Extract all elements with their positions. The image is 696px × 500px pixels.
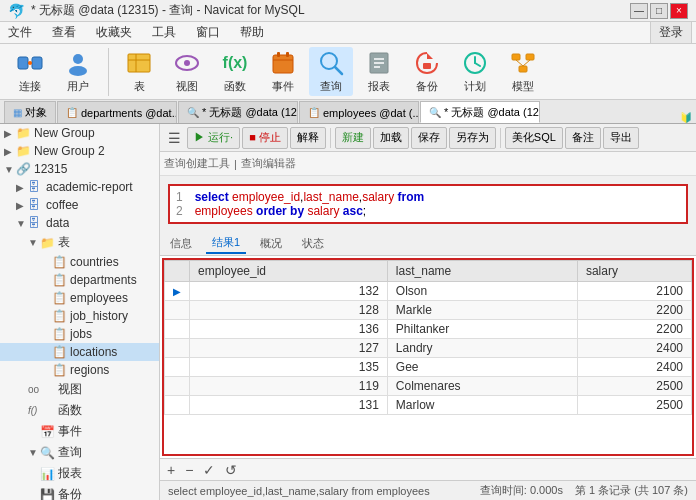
svg-marker-21 [427, 53, 433, 59]
sidebar-item-reports-folder[interactable]: ▶ 📊 报表 [0, 463, 159, 484]
beautify-button[interactable]: 美化SQL [505, 127, 563, 149]
sidebar-item-coffee[interactable]: ▶ 🗄 coffee [0, 196, 159, 214]
export-button[interactable]: 导出 [603, 127, 639, 149]
bottom-toolbar: + − ✓ ↺ [160, 458, 696, 480]
minimize-button[interactable]: — [630, 3, 648, 19]
toolbar-sep2 [500, 128, 501, 148]
tool-table[interactable]: 表 [117, 47, 161, 96]
sidebar-item-job-history[interactable]: ▶ 📋 job_history [0, 307, 159, 325]
tab-object[interactable]: ▦ 对象 [4, 101, 56, 123]
delete-row-button[interactable]: − [182, 462, 196, 478]
cell-salary: 2100 [577, 282, 691, 301]
tab-query1[interactable]: 🔍 * 无标题 @data (12... × [178, 101, 298, 123]
menu-help[interactable]: 帮助 [236, 22, 268, 43]
tool-backup[interactable]: 备份 [405, 47, 449, 96]
run-button[interactable]: ▶ 运行· [187, 127, 240, 149]
sidebar-item-data[interactable]: ▼ 🗄 data [0, 214, 159, 232]
sidebar-item-departments[interactable]: ▶ 📋 departments [0, 271, 159, 289]
results-tab-overview[interactable]: 概况 [254, 234, 288, 253]
add-row-button[interactable]: + [164, 462, 178, 478]
svg-line-25 [475, 63, 480, 66]
maximize-button[interactable]: □ [650, 3, 668, 19]
svg-rect-11 [273, 55, 293, 73]
sidebar-item-12315[interactable]: ▼ 🔗 12315 [0, 160, 159, 178]
table-row: 127Landry2400 [165, 339, 692, 358]
menu-file[interactable]: 文件 [4, 22, 36, 43]
tab-employees[interactable]: 📋 employees @dat (... × [299, 101, 419, 123]
12315-label: 12315 [34, 162, 67, 176]
events-label: 事件 [58, 423, 82, 440]
view-icon [171, 49, 203, 77]
tool-connect[interactable]: 连接 [8, 47, 52, 96]
tick-button[interactable]: ✓ [200, 462, 218, 478]
menu-view[interactable]: 查看 [48, 22, 80, 43]
login-button[interactable]: 登录 [650, 21, 692, 44]
academic-icon: 🗄 [28, 180, 44, 194]
sidebar-item-newgroup2[interactable]: ▶ 📁 New Group 2 [0, 142, 159, 160]
sidebar-item-newgroup1[interactable]: ▶ 📁 New Group [0, 124, 159, 142]
close-button[interactable]: × [670, 3, 688, 19]
refresh-button[interactable]: ↺ [222, 462, 240, 478]
sidebar-item-employees[interactable]: ▶ 📋 employees [0, 289, 159, 307]
reports-icon: 📊 [40, 467, 56, 481]
sidebar-item-academic[interactable]: ▶ 🗄 academic-report [0, 178, 159, 196]
new-button[interactable]: 新建 [335, 127, 371, 149]
sidebar-item-countries[interactable]: ▶ 📋 countries [0, 253, 159, 271]
col-header-last-name: last_name [387, 261, 577, 282]
sidebar-item-backup-folder[interactable]: ▶ 💾 备份 [0, 484, 159, 500]
newgroup1-icon: 📁 [16, 126, 32, 140]
cell-last-name: Olson [387, 282, 577, 301]
menu-tools[interactable]: 工具 [148, 22, 180, 43]
results-tab-info[interactable]: 信息 [164, 234, 198, 253]
stop-button[interactable]: ■ 停止 [242, 127, 288, 149]
svg-point-3 [28, 61, 32, 65]
tab-departments[interactable]: 📋 departments @dat... × [57, 101, 177, 123]
tool-schedule[interactable]: 计划 [453, 47, 497, 96]
tab-query2[interactable]: 🔍 * 无标题 @data (12... × [420, 101, 540, 123]
tab-object-label: 对象 [25, 105, 47, 120]
tool-event[interactable]: 事件 [261, 47, 305, 96]
explain-button[interactable]: 解释 [290, 127, 326, 149]
sidebar-item-events-folder[interactable]: ▶ 📅 事件 [0, 421, 159, 442]
tool-function[interactable]: f(x) 函数 [213, 47, 257, 96]
sidebar-item-locations[interactable]: ▶ 📋 locations [0, 343, 159, 361]
sidebar-item-jobs[interactable]: ▶ 📋 jobs [0, 325, 159, 343]
sidebar-item-regions[interactable]: ▶ 📋 regions [0, 361, 159, 379]
tool-query[interactable]: 查询 [309, 47, 353, 96]
report-icon [363, 49, 395, 77]
svg-rect-22 [423, 63, 431, 69]
tool-user[interactable]: 用户 [56, 47, 100, 96]
sidebar-item-views-folder[interactable]: oo 视图 [0, 379, 159, 400]
save-as-button[interactable]: 另存为 [449, 127, 496, 149]
table-header-row: employee_id last_name salary [165, 261, 692, 282]
results-tab-status[interactable]: 状态 [296, 234, 330, 253]
line-num-1: 1 [176, 190, 183, 204]
events-icon: 📅 [40, 425, 56, 439]
menu-window[interactable]: 窗口 [192, 22, 224, 43]
data-icon: 🗄 [28, 216, 44, 230]
tool-model[interactable]: 模型 [501, 47, 545, 96]
tab-employees-label: employees @dat (... [323, 107, 419, 119]
comment-button[interactable]: 备注 [565, 127, 601, 149]
tool-view[interactable]: 视图 [165, 47, 209, 96]
job-history-icon: 📋 [52, 309, 68, 323]
sidebar-item-functions-folder[interactable]: f() 函数 [0, 400, 159, 421]
sql-editor[interactable]: 1 select employee_id,last_name,salary fr… [168, 184, 688, 224]
window-controls: — □ × [630, 3, 688, 19]
cell-last-name: Marlow [387, 396, 577, 415]
save-button[interactable]: 保存 [411, 127, 447, 149]
load-button[interactable]: 加载 [373, 127, 409, 149]
regions-icon: 📋 [52, 363, 68, 377]
results-tab-result1[interactable]: 结果1 [206, 233, 246, 254]
cell-last-name: Gee [387, 358, 577, 377]
results-tbody: ▶132Olson2100128Markle2200136Philtanker2… [165, 282, 692, 415]
departments-icon: 📋 [52, 273, 68, 287]
menu-favorites[interactable]: 收藏夹 [92, 22, 136, 43]
sidebar-item-tables-folder[interactable]: ▼ 📁 表 [0, 232, 159, 253]
sql-line-1: 1 select employee_id,last_name,salary fr… [176, 190, 680, 204]
sidebar-item-queries-folder[interactable]: ▼ 🔍 查询 [0, 442, 159, 463]
tool-report[interactable]: 报表 [357, 47, 401, 96]
tool-schedule-label: 计划 [464, 79, 486, 94]
main-area: ▶ 📁 New Group ▶ 📁 New Group 2 ▼ 🔗 12315 … [0, 124, 696, 500]
functions-label: 函数 [58, 402, 82, 419]
